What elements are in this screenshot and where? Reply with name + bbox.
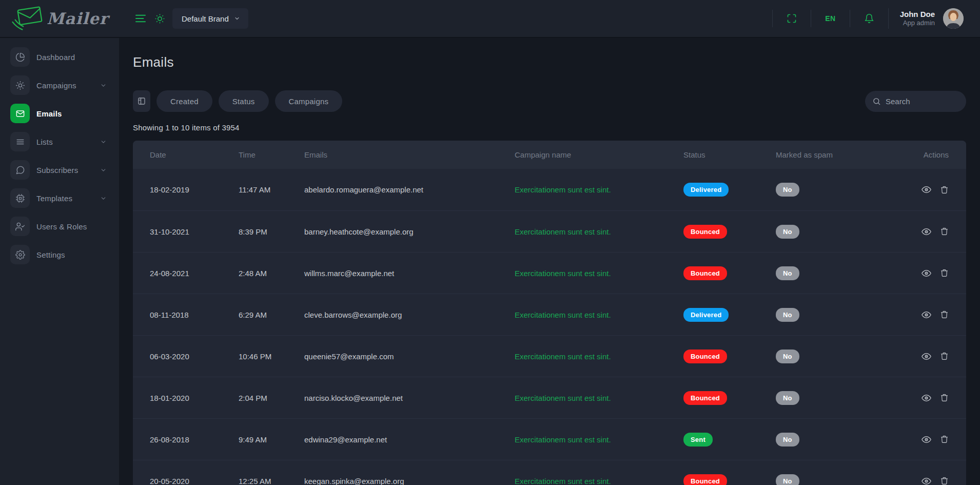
brand-selector[interactable]: Default Brand bbox=[172, 8, 248, 29]
sidebar-item-icon-tile bbox=[10, 160, 30, 180]
view-button[interactable] bbox=[922, 310, 931, 320]
fullscreen-icon[interactable] bbox=[772, 10, 811, 27]
language-selector[interactable]: EN bbox=[811, 10, 849, 27]
trash-icon bbox=[940, 268, 949, 278]
eye-icon bbox=[922, 185, 931, 195]
chevron-down-icon bbox=[100, 139, 107, 145]
sidebar-item-label: Subscribers bbox=[36, 166, 78, 174]
sidebar-item-settings[interactable]: Settings bbox=[10, 245, 119, 264]
sidebar-item-subscribers[interactable]: Subscribers bbox=[10, 160, 119, 180]
campaign-link[interactable]: Exercitationem sunt est sint. bbox=[515, 185, 611, 194]
table-row: 31-10-2021 8:39 PM barney.heathcote@exam… bbox=[133, 210, 966, 252]
sidebar-item-lists[interactable]: Lists bbox=[10, 132, 119, 151]
sidebar-item-icon-tile bbox=[10, 245, 30, 264]
sidebar-item-label: Lists bbox=[36, 138, 53, 146]
brightness-icon[interactable] bbox=[154, 13, 165, 24]
menu-toggle-icon[interactable] bbox=[135, 14, 146, 23]
view-button[interactable] bbox=[922, 476, 931, 485]
sidebar-item-icon-tile bbox=[10, 188, 30, 208]
table-row: 18-02-2019 11:47 AM abelardo.romaguera@e… bbox=[133, 169, 966, 210]
view-button[interactable] bbox=[922, 435, 931, 444]
status-badge: Delivered bbox=[683, 308, 729, 322]
cell-date: 08-11-2018 bbox=[150, 311, 239, 319]
emails-table: DateTimeEmailsCampaign nameStatusMarked … bbox=[133, 141, 966, 485]
sidebar-item-users-roles[interactable]: Users & Roles bbox=[10, 217, 119, 236]
campaign-link[interactable]: Exercitationem sunt est sint. bbox=[515, 477, 611, 485]
view-button[interactable] bbox=[922, 352, 931, 361]
spam-badge: No bbox=[776, 474, 799, 485]
delete-button[interactable] bbox=[940, 393, 949, 403]
chevron-down-icon bbox=[100, 167, 107, 173]
sidebar-item-icon-tile bbox=[10, 217, 30, 236]
delete-button[interactable] bbox=[940, 185, 949, 195]
delete-button[interactable] bbox=[940, 227, 949, 237]
cell-date: 20-05-2020 bbox=[150, 477, 239, 485]
user-menu[interactable]: John Doe App admin bbox=[888, 8, 964, 29]
delete-button[interactable] bbox=[940, 476, 949, 485]
filter-pill-campaigns[interactable]: Campaigns bbox=[275, 90, 343, 112]
campaign-link[interactable]: Exercitationem sunt est sint. bbox=[515, 311, 611, 319]
user-check-icon bbox=[15, 222, 25, 231]
cell-email: cleve.barrows@example.org bbox=[304, 311, 515, 319]
toolbar: CreatedStatusCampaigns bbox=[133, 90, 966, 112]
view-button[interactable] bbox=[922, 393, 931, 403]
cell-time: 9:49 AM bbox=[239, 435, 304, 444]
sidebar-item-icon-tile bbox=[10, 75, 30, 95]
pie-chart-icon bbox=[15, 52, 25, 62]
campaign-link[interactable]: Exercitationem sunt est sint. bbox=[515, 269, 611, 278]
main-content: Emails CreatedStatusCampaigns Showing 1 … bbox=[119, 37, 980, 485]
status-badge: Bounced bbox=[683, 391, 727, 405]
view-button[interactable] bbox=[922, 268, 931, 278]
column-header-emails: Emails bbox=[304, 150, 515, 159]
delete-button[interactable] bbox=[940, 310, 949, 320]
cell-email: abelardo.romaguera@example.net bbox=[304, 185, 515, 194]
filter-pill-created[interactable]: Created bbox=[156, 90, 212, 112]
cell-date: 18-02-2019 bbox=[150, 185, 239, 194]
chevron-down-icon bbox=[234, 15, 240, 22]
cell-date: 18-01-2020 bbox=[150, 394, 239, 402]
spam-badge: No bbox=[776, 266, 799, 280]
sidebar-item-dashboard[interactable]: Dashboard bbox=[10, 47, 119, 67]
cell-time: 6:29 AM bbox=[239, 311, 304, 319]
app-logo[interactable]: Mailer bbox=[0, 5, 119, 32]
sidebar-item-label: Dashboard bbox=[36, 53, 75, 62]
cell-time: 8:39 PM bbox=[239, 227, 304, 236]
column-header-date: Date bbox=[150, 150, 239, 159]
sidebar-item-emails[interactable]: Emails bbox=[10, 104, 119, 123]
view-button[interactable] bbox=[922, 227, 931, 237]
campaign-link[interactable]: Exercitationem sunt est sint. bbox=[515, 435, 611, 444]
campaign-link[interactable]: Exercitationem sunt est sint. bbox=[515, 394, 611, 402]
cell-email: edwina29@example.net bbox=[304, 435, 515, 444]
status-badge: Delivered bbox=[683, 183, 729, 197]
status-badge: Bounced bbox=[683, 266, 727, 280]
sidebar-item-icon-tile bbox=[10, 104, 30, 123]
trash-icon bbox=[940, 185, 949, 195]
spam-badge: No bbox=[776, 308, 799, 322]
view-button[interactable] bbox=[922, 185, 931, 195]
spam-badge: No bbox=[776, 391, 799, 405]
notifications-bell-icon[interactable] bbox=[850, 10, 888, 27]
cell-email: keegan.spinka@example.org bbox=[304, 477, 515, 485]
delete-button[interactable] bbox=[940, 435, 949, 444]
cell-email: queenie57@example.com bbox=[304, 352, 515, 361]
sidebar-item-templates[interactable]: Templates bbox=[10, 188, 119, 208]
avatar[interactable] bbox=[943, 8, 964, 29]
cell-date: 26-08-2018 bbox=[150, 435, 239, 444]
filter-pill-status[interactable]: Status bbox=[219, 90, 269, 112]
search-icon bbox=[872, 97, 881, 106]
sidebar-item-campaigns[interactable]: Campaigns bbox=[10, 75, 119, 95]
spam-badge: No bbox=[776, 225, 799, 239]
campaign-link[interactable]: Exercitationem sunt est sint. bbox=[515, 352, 611, 361]
mail-icon bbox=[15, 109, 25, 119]
eye-icon bbox=[922, 227, 931, 237]
eye-icon bbox=[922, 393, 931, 403]
delete-button[interactable] bbox=[940, 352, 949, 361]
search-input[interactable] bbox=[886, 97, 952, 106]
campaign-link[interactable]: Exercitationem sunt est sint. bbox=[515, 227, 611, 236]
column-header-marked-as-spam: Marked as spam bbox=[776, 150, 899, 159]
trash-icon bbox=[940, 476, 949, 485]
table-row: 06-03-2020 10:46 PM queenie57@example.co… bbox=[133, 335, 966, 377]
column-visibility-button[interactable] bbox=[133, 90, 150, 112]
spam-badge: No bbox=[776, 350, 799, 363]
delete-button[interactable] bbox=[940, 268, 949, 278]
